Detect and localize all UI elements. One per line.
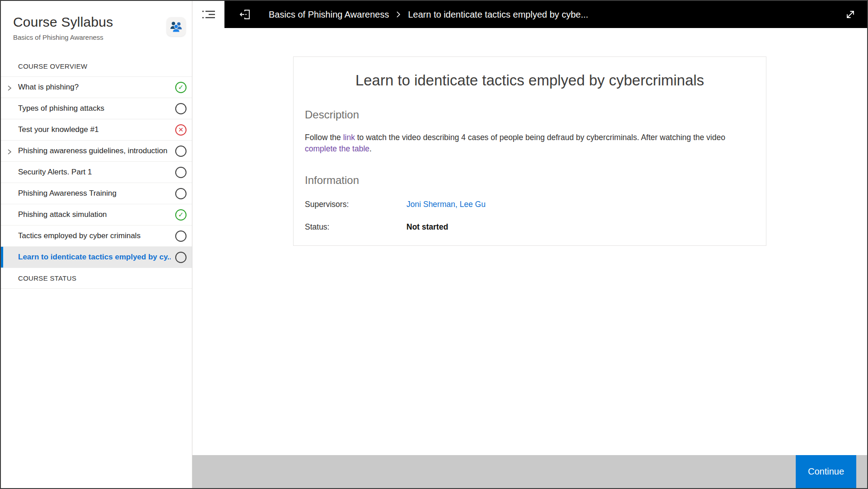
supervisors-row: Supervisors: Joni Sherman, Lee Gu <box>305 200 755 209</box>
fullscreen-button[interactable] <box>844 8 857 21</box>
breadcrumb-course[interactable]: Basics of Phishing Awareness <box>269 9 389 20</box>
lesson-card: Learn to identicate tactics emplyed by c… <box>293 56 766 246</box>
not-started-icon <box>175 103 187 114</box>
supervisor-link-lee-gu[interactable]: Lee Gu <box>460 200 485 209</box>
app-window: Course Syllabus Basics of Phishing Aware… <box>0 0 868 489</box>
exit-door-icon <box>239 8 252 21</box>
status-row: Status: Not started <box>305 222 755 232</box>
outline-list-icon <box>201 9 216 20</box>
sidebar-item-tactics-employed-by-cyber-criminals[interactable]: Tactics employed by cyber criminals <box>1 226 192 247</box>
expand-arrows-icon <box>844 8 857 21</box>
chevron-right-icon <box>7 85 12 94</box>
sidebar-item-phishing-awareness-guidelines[interactable]: Phishing awareness guidelines, introduct… <box>1 141 192 162</box>
sidebar-item-phishing-attack-simulation[interactable]: Phishing attack simulation <box>1 204 192 226</box>
course-overview-header: COURSE OVERVIEW <box>1 56 192 77</box>
sidebar-item-types-of-phishing-attacks[interactable]: Types of phishing attacks <box>1 98 192 119</box>
sidebar-title: Course Syllabus <box>13 14 181 30</box>
supervisor-separator: , <box>455 200 460 209</box>
information-heading: Information <box>305 174 755 187</box>
sidebar-item-security-alerts-part-1[interactable]: Security Alerts. Part 1 <box>1 162 192 183</box>
not-started-icon <box>175 146 187 157</box>
exit-course-button[interactable] <box>239 8 252 21</box>
syllabus-nav: COURSE OVERVIEW What is phishing? Types … <box>1 56 192 488</box>
description-text-part: . <box>369 144 372 153</box>
sidebar-item-test-your-knowledge-1[interactable]: Test your knowledge #1 <box>1 119 192 141</box>
supervisors-label: Supervisors: <box>305 200 406 209</box>
sidebar-subtitle: Basics of Phishing Awareness <box>13 33 181 41</box>
breadcrumb-bar: Basics of Phishing Awareness Learn to id… <box>224 1 867 28</box>
description-text: Follow the link to watch the video descr… <box>305 132 755 155</box>
not-started-icon <box>175 167 187 178</box>
status-label: Status: <box>305 222 406 232</box>
completed-icon <box>175 209 187 221</box>
footer-bar: Continue <box>192 455 867 488</box>
people-icon <box>170 21 182 33</box>
not-started-icon <box>175 230 187 242</box>
toc-button[interactable] <box>192 1 224 28</box>
status-value: Not started <box>406 222 448 232</box>
not-started-icon <box>175 188 187 199</box>
topbar: Basics of Phishing Awareness Learn to id… <box>192 1 867 28</box>
learners-button[interactable] <box>167 17 186 36</box>
sidebar-header: Course Syllabus Basics of Phishing Aware… <box>1 1 192 56</box>
description-text-part: Follow the <box>305 133 343 142</box>
completed-icon <box>175 82 187 93</box>
complete-table-link[interactable]: complete the table <box>305 144 369 153</box>
main-area: Basics of Phishing Awareness Learn to id… <box>192 1 867 488</box>
lesson-title: Learn to identicate tactics emplyed by c… <box>305 72 755 89</box>
breadcrumb: Basics of Phishing Awareness Learn to id… <box>269 9 588 20</box>
continue-button[interactable]: Continue <box>796 455 856 488</box>
description-heading: Description <box>305 108 755 121</box>
sidebar-item-learn-to-identicate-tactics[interactable]: Learn to identicate tactics emplyed by c… <box>1 247 192 268</box>
course-status-header: COURSE STATUS <box>1 268 192 289</box>
breadcrumb-chevron-icon <box>396 10 401 19</box>
sidebar-item-phishing-awareness-training[interactable]: Phishing Awareness Training <box>1 183 192 204</box>
lesson-content: Learn to identicate tactics emplyed by c… <box>192 28 867 455</box>
supervisors-value: Joni Sherman, Lee Gu <box>406 200 485 209</box>
failed-icon <box>175 124 187 136</box>
supervisor-link-joni-sherman[interactable]: Joni Sherman <box>406 200 455 209</box>
not-started-icon <box>175 252 187 263</box>
video-link[interactable]: link <box>343 133 355 142</box>
breadcrumb-current: Learn to identicate tactics emplyed by c… <box>408 9 588 20</box>
sidebar-item-what-is-phishing[interactable]: What is phishing? <box>1 77 192 98</box>
chevron-right-icon <box>7 148 12 157</box>
course-syllabus-sidebar: Course Syllabus Basics of Phishing Aware… <box>1 1 192 488</box>
description-text-part: to watch the video describing 4 cases of… <box>355 133 725 142</box>
